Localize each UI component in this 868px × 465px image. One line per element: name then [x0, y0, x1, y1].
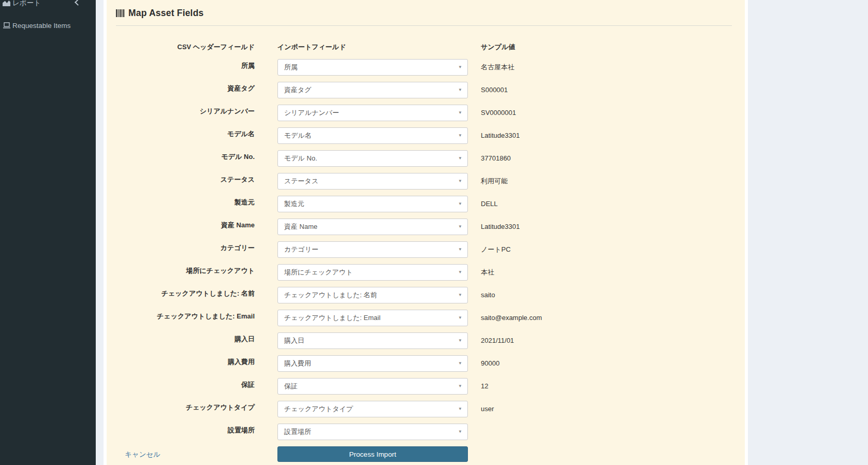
csv-header-field-label: 設置場所	[107, 424, 255, 434]
import-field-select[interactable]: モデル名	[277, 127, 468, 144]
map-asset-fields-panel: Map Asset Fields CSV ヘッダーフィールド インポートフィール…	[107, 0, 745, 465]
sample-value: ノートPC	[481, 241, 745, 258]
content-area: Map Asset Fields CSV ヘッダーフィールド インポートフィール…	[104, 0, 748, 465]
csv-header-field-label: モデル No.	[107, 150, 255, 161]
sample-value: 90000	[481, 355, 745, 372]
sample-value: 本社	[481, 264, 745, 281]
sample-value-column-title: サンプル値	[481, 43, 745, 51]
sample-value: saito	[481, 287, 745, 303]
sample-value: saito@example.com	[481, 310, 745, 326]
sidebar-item-reports[interactable]: レポート	[0, 0, 96, 11]
field-mapping-row: チェックアウトしました: Email チェックアウトしました: Email ▼ …	[107, 310, 745, 326]
import-field-select[interactable]: ステータス	[277, 173, 468, 190]
field-mapping-row: 購入費用 購入費用 ▼ 90000	[107, 355, 745, 372]
process-import-button[interactable]: Process Import	[277, 446, 468, 462]
import-field-select[interactable]: 設置場所	[277, 424, 468, 440]
column-header-row: CSV ヘッダーフィールド インポートフィールド サンプル値	[107, 43, 745, 51]
field-mapping-row: 所属 所属 ▼ 名古屋本社	[107, 59, 745, 76]
import-field-select[interactable]: チェックアウトタイプ	[277, 401, 468, 417]
field-mapping-row: 資産タグ 資産タグ ▼ S000001	[107, 82, 745, 98]
csv-header-field-label: チェックアウトしました: 名前	[107, 287, 255, 297]
sample-value: 37701860	[481, 150, 745, 167]
field-mapping-row: 場所にチェックアウト 場所にチェックアウト ▼ 本社	[107, 264, 745, 281]
sample-value: user	[481, 401, 745, 417]
sidebar-item-label: Requestable Items	[12, 22, 71, 30]
chevron-left-icon	[75, 0, 81, 6]
import-field-select[interactable]: 購入日	[277, 332, 468, 349]
sample-value: Latitude3301	[481, 219, 745, 235]
csv-header-field-label: 保証	[107, 378, 255, 388]
sidebar: レポート Requestable Items	[0, 0, 96, 465]
cancel-link[interactable]: キャンセル	[125, 450, 160, 459]
page-title: Map Asset Fields	[128, 8, 204, 19]
area-chart-icon	[3, 0, 10, 7]
import-field-select[interactable]: チェックアウトしました: Email	[277, 310, 468, 326]
import-field-select[interactable]: チェックアウトしました: 名前	[277, 287, 468, 303]
field-mapping-row: シリアルナンバー シリアルナンバー ▼ SV0000001	[107, 105, 745, 121]
sidebar-item-requestable-items[interactable]: Requestable Items	[0, 18, 96, 33]
field-mapping-rows: 所属 所属 ▼ 名古屋本社 資産タグ 資産タグ ▼ S000001 シリアルナン…	[107, 59, 745, 440]
sample-value: 名古屋本社	[481, 59, 745, 76]
import-field-select[interactable]: 保証	[277, 378, 468, 395]
csv-header-field-label: 資産タグ	[107, 82, 255, 92]
field-mapping-row: 資産 Name 資産 Name ▼ Latitude3301	[107, 219, 745, 235]
field-mapping-row: カテゴリー カテゴリー ▼ ノートPC	[107, 241, 745, 258]
barcode-icon	[116, 9, 125, 17]
csv-header-field-label: 購入費用	[107, 355, 255, 366]
sidebar-item-label: レポート	[12, 0, 41, 8]
field-mapping-row: ステータス ステータス ▼ 利用可能	[107, 173, 745, 190]
field-mapping-row: モデル No. モデル No. ▼ 37701860	[107, 150, 745, 167]
field-mapping-row: チェックアウトタイプ チェックアウトタイプ ▼ user	[107, 401, 745, 417]
csv-header-field-label: モデル名	[107, 127, 255, 138]
csv-header-field-label: ステータス	[107, 173, 255, 183]
csv-header-field-label: カテゴリー	[107, 241, 255, 252]
import-field-select[interactable]: 製造元	[277, 196, 468, 212]
csv-header-field-label: 資産 Name	[107, 219, 255, 229]
csv-header-field-label: 場所にチェックアウト	[107, 264, 255, 274]
csv-header-field-label: 所属	[107, 59, 255, 69]
import-field-select[interactable]: 場所にチェックアウト	[277, 264, 468, 281]
import-field-select[interactable]: 資産タグ	[277, 82, 468, 98]
import-field-select[interactable]: 資産 Name	[277, 219, 468, 235]
field-mapping-row: モデル名 モデル名 ▼ Latitude3301	[107, 127, 745, 144]
csv-header-field-label: 製造元	[107, 196, 255, 206]
sample-value: 12	[481, 378, 745, 395]
field-mapping-row: 設置場所 設置場所 ▼	[107, 424, 745, 440]
csv-header-field-label: チェックアウトしました: Email	[107, 310, 255, 320]
import-field-select[interactable]: シリアルナンバー	[277, 105, 468, 121]
form-actions-row: キャンセル Process Import	[107, 446, 745, 462]
csv-header-field-label: シリアルナンバー	[107, 105, 255, 115]
csv-header-field-label: 購入日	[107, 332, 255, 343]
sample-value: SV0000001	[481, 105, 745, 121]
laptop-icon	[3, 22, 10, 28]
csv-header-field-label: チェックアウトタイプ	[107, 401, 255, 411]
import-field-select[interactable]: 所属	[277, 59, 468, 76]
field-mapping-row: 保証 保証 ▼ 12	[107, 378, 745, 395]
csv-header-column-title: CSV ヘッダーフィールド	[107, 43, 255, 51]
import-field-column-title: インポートフィールド	[277, 43, 468, 51]
field-mapping-form: CSV ヘッダーフィールド インポートフィールド サンプル値 所属 所属 ▼ 名…	[107, 26, 745, 462]
field-mapping-row: 製造元 製造元 ▼ DELL	[107, 196, 745, 212]
sample-value: 利用可能	[481, 173, 745, 190]
import-field-select[interactable]: 購入費用	[277, 355, 468, 372]
panel-header: Map Asset Fields	[116, 0, 732, 26]
import-field-select[interactable]: モデル No.	[277, 150, 468, 167]
field-mapping-row: チェックアウトしました: 名前 チェックアウトしました: 名前 ▼ saito	[107, 287, 745, 303]
sample-value: Latitude3301	[481, 127, 745, 144]
sample-value: S000001	[481, 82, 745, 98]
field-mapping-row: 購入日 購入日 ▼ 2021/11/01	[107, 332, 745, 349]
import-field-select[interactable]: カテゴリー	[277, 241, 468, 258]
sample-value: DELL	[481, 196, 745, 212]
sample-value: 2021/11/01	[481, 332, 745, 349]
